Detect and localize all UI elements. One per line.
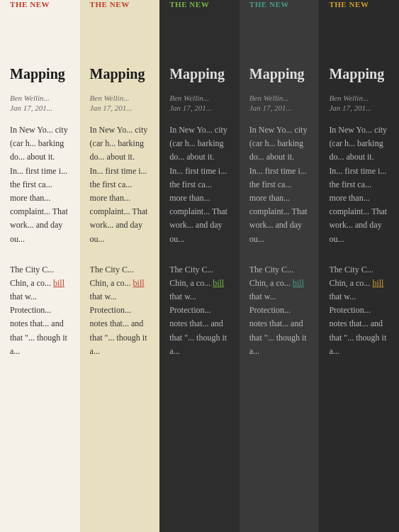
col1-date: Jan 17, 201... <box>10 104 70 112</box>
col4-author: Ben Wellin... <box>249 94 310 102</box>
col1-body: In New Yo... city (car h... barking do..… <box>10 123 70 358</box>
col1-author: Ben Wellin... <box>10 94 70 102</box>
col2-bill-link[interactable]: bill <box>133 278 145 288</box>
col1-title: Mapping <box>10 65 70 82</box>
column-2: THE NEW Mapping Ben Wellin... Jan 17, 20… <box>80 0 160 532</box>
col3-body: In New Yo... city (car h... barking do..… <box>169 123 230 358</box>
col2-title: Mapping <box>90 65 150 82</box>
col5-bill-link[interactable]: bill <box>372 278 383 288</box>
col4-body: In New Yo... city (car h... barking do..… <box>249 123 310 358</box>
col2-body: In New Yo... city (car h... barking do..… <box>90 123 150 358</box>
col4-bill-link[interactable]: bill <box>293 278 304 288</box>
col1-tag: THE NEW <box>10 0 70 9</box>
col2-author: Ben Wellin... <box>90 94 150 102</box>
col5-author: Ben Wellin... <box>329 94 389 102</box>
col5-date: Jan 17, 201... <box>329 104 389 112</box>
column-1: THE NEW Mapping Ben Wellin... Jan 17, 20… <box>0 0 80 532</box>
columns-container: THE NEW Mapping Ben Wellin... Jan 17, 20… <box>0 0 399 532</box>
col2-date: Jan 17, 201... <box>90 104 150 112</box>
col1-bill-link[interactable]: bill <box>53 278 64 288</box>
col3-author: Ben Wellin... <box>169 94 230 102</box>
col5-tag: THE NEW <box>329 0 389 9</box>
col3-bill-link[interactable]: bill <box>213 278 224 288</box>
col4-title: Mapping <box>249 65 310 82</box>
col5-title: Mapping <box>329 65 389 82</box>
column-4: THE NEW Mapping Ben Wellin... Jan 17, 20… <box>240 0 320 532</box>
col4-tag: THE NEW <box>249 0 310 9</box>
col5-body: In New Yo... city (car h... barking do..… <box>329 123 389 358</box>
col3-date: Jan 17, 201... <box>169 104 230 112</box>
col4-date: Jan 17, 201... <box>249 104 310 112</box>
column-5: THE NEW Mapping Ben Wellin... Jan 17, 20… <box>319 0 399 532</box>
col3-title: Mapping <box>169 65 230 82</box>
column-3: THE NEW Mapping Ben Wellin... Jan 17, 20… <box>159 0 240 532</box>
col3-tag: THE NEW <box>169 0 230 9</box>
col2-tag: THE NEW <box>90 0 150 9</box>
